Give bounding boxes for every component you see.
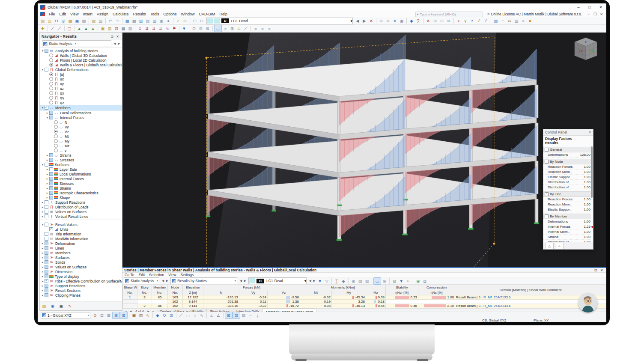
orange-box-icon[interactable]: ■ — [527, 18, 534, 24]
view-report-icon[interactable]: ▣ — [158, 18, 165, 24]
edit-move-icon[interactable]: ◆ — [154, 312, 161, 318]
tree-item-floors-local-2d-calculation[interactable]: ◢Floors | Local 2D Calculation — [40, 58, 122, 62]
factors-tab-icon[interactable]: △ — [545, 243, 554, 249]
expand-arrow-icon[interactable]: ▾ — [41, 68, 45, 71]
levels-icon[interactable]: ≡ — [391, 18, 398, 24]
tree-item-solids[interactable]: ▸≫Solids — [40, 260, 122, 265]
expand-arrow-icon[interactable]: ▾ — [41, 163, 45, 167]
expand-arrow-icon[interactable]: ▾ — [45, 116, 49, 119]
menu-tools[interactable]: Tools — [148, 12, 161, 16]
navigation-cube[interactable]: +X +Y — [572, 37, 599, 62]
tree-checkbox[interactable] — [45, 289, 48, 292]
cp-factor-value[interactable]: 1.00 — [584, 235, 590, 239]
col-header-No.[interactable]: Story — [137, 285, 152, 290]
clear-cube-icon[interactable]: ✕ — [425, 18, 432, 24]
menu-file[interactable]: File — [47, 12, 57, 16]
sum-values-icon[interactable]: ∑ — [415, 18, 422, 24]
cp-section-header[interactable]: −By Node — [543, 159, 590, 164]
snap-grid-icon[interactable]: ⊞ — [112, 312, 120, 319]
tree-item-isotropic-characteristics[interactable]: ▸Isotropic Characteristics — [40, 190, 122, 195]
tree-item-layer-side[interactable]: ▸Layer Side — [40, 167, 122, 172]
cp-factor-value[interactable]: 1.00 — [584, 230, 590, 234]
cp-factor-row[interactable]: Deformations128.00 — [543, 152, 590, 158]
collapse-box-icon[interactable]: − — [545, 192, 549, 196]
table-lc-prev[interactable]: ◀ — [308, 279, 312, 283]
col-subheader[interactable]: ηNc [%] — [418, 290, 455, 295]
expand-arrow-icon[interactable]: ▸ — [41, 247, 45, 250]
tree-item-global-deformations[interactable]: ▾∏Global Deformations — [40, 67, 122, 72]
menu-results[interactable]: Results — [131, 12, 148, 16]
line-new-icon[interactable]: ／ — [49, 25, 56, 32]
view-image-icon[interactable]: ▤ — [144, 18, 151, 24]
filter-results-icon[interactable]: ▼ — [316, 278, 323, 284]
select-window-icon[interactable]: ▣ — [131, 312, 137, 318]
table-cell[interactable]: -0.18 — [366, 300, 386, 304]
table-cell[interactable]: -46.13 — [332, 304, 366, 308]
expand-arrow-icon[interactable]: ▸ — [41, 265, 45, 269]
table-float-icon[interactable]: ⊡ — [593, 268, 599, 272]
tree-item-shape[interactable]: ▸Shape — [40, 195, 122, 200]
tree-radio[interactable] — [49, 72, 53, 76]
stamp-icon[interactable]: ▣ — [398, 18, 405, 24]
cp-factor-row[interactable]: Reaction Forces1.00 — [543, 197, 590, 202]
expand-arrow-icon[interactable]: ▸ — [45, 191, 49, 195]
menu-help[interactable]: Help — [218, 12, 230, 16]
col-header-section[interactable]: Section (Material) | Shear Wall Comment — [455, 285, 606, 295]
section-wave-icon[interactable]: ≈ — [520, 18, 527, 24]
table-cell[interactable]: -9.58 — [268, 295, 300, 300]
paste-icon[interactable]: ▥ — [97, 18, 104, 24]
next-analysis-button[interactable]: ▶ — [117, 42, 121, 45]
table-cell[interactable]: 102 — [168, 304, 183, 308]
table-results-next[interactable]: ▶ — [243, 279, 247, 283]
snap-mid-icon[interactable]: ⊟ — [105, 312, 112, 318]
box-view-icon[interactable]: ⊞ — [432, 18, 438, 24]
cp-factor-row[interactable]: Reaction Mom..1.00 — [543, 202, 590, 207]
tree-item-type-of-display[interactable]: ▸Type of display — [40, 274, 122, 279]
table-menu-selection[interactable]: Selection — [147, 273, 166, 277]
tree-checkbox[interactable] — [45, 205, 48, 209]
tree-checkbox[interactable] — [45, 68, 48, 71]
expand-arrow-icon[interactable]: ▸ — [45, 177, 49, 181]
dim-icon[interactable]: ⊥ — [208, 312, 215, 318]
copy-icon[interactable]: ▤ — [90, 18, 97, 24]
col-subheader[interactable]: Vy — [239, 290, 268, 295]
col-subheader[interactable]: No. — [123, 290, 137, 295]
info-icon[interactable]: ¡ — [254, 312, 261, 318]
view-globe-icon[interactable]: ● — [165, 18, 172, 24]
draw-line-icon[interactable]: ／ — [178, 312, 185, 318]
tree-item-support-reactions[interactable]: ▸⊥Support Reactions — [40, 200, 122, 205]
tree-radio[interactable] — [54, 139, 58, 143]
collapse-box-icon[interactable]: − — [545, 160, 549, 164]
table-cell[interactable]: -120.13 — [203, 295, 239, 300]
table-cell[interactable]: 12.192 — [183, 295, 203, 300]
expand-arrow-icon[interactable]: ▸ — [45, 168, 49, 171]
print-icon[interactable]: ▤ — [80, 18, 87, 24]
table-cell[interactable] — [152, 300, 168, 304]
layers-icon[interactable]: ▤ — [492, 18, 499, 24]
tree-item-values-on-surfaces[interactable]: ▸≫Values on Surfaces — [40, 265, 122, 269]
draw-arc-icon[interactable]: ◡ — [185, 312, 191, 318]
expand-arrow-icon[interactable]: ▸ — [41, 251, 45, 255]
cp-factor-value[interactable]: 128.00 — [580, 153, 590, 157]
table-cell[interactable]: 86 — [152, 304, 168, 308]
result-table-icon[interactable]: ⊞ — [229, 25, 236, 32]
col-subheader[interactable]: Z [m] — [183, 290, 203, 295]
cp-factor-row[interactable]: Strains1.00 — [543, 235, 590, 240]
expand-arrow-icon[interactable]: ▸ — [41, 275, 45, 278]
sync-icon[interactable]: ◎ — [60, 18, 67, 24]
section-link[interactable]: 3 - R_M1 254/2133.6 — [478, 304, 510, 308]
tree-item-n[interactable]: ◡N — [40, 120, 122, 125]
tree-item-x[interactable]: ∏φx — [40, 91, 122, 95]
menu-assign[interactable]: Assign — [95, 12, 110, 16]
tree-item-stresses[interactable]: ▸Stresses — [40, 181, 122, 186]
help-icon[interactable]: Ω — [421, 278, 428, 284]
col-header-No.[interactable]: Node — [168, 285, 183, 290]
tree-checkbox[interactable] — [45, 214, 48, 218]
menu-cad-bim[interactable]: CAD-BIM — [197, 12, 218, 16]
table-cell[interactable]: 3 — [137, 295, 152, 300]
cp-factor-value[interactable]: 1.00 — [584, 165, 590, 169]
minus-icon[interactable]: − — [247, 312, 254, 318]
tree-checkbox[interactable] — [45, 232, 48, 236]
cp-factor-row[interactable]: Distribution of..1.00 — [543, 185, 590, 190]
expand-arrow-icon[interactable]: ▸ — [45, 154, 49, 157]
